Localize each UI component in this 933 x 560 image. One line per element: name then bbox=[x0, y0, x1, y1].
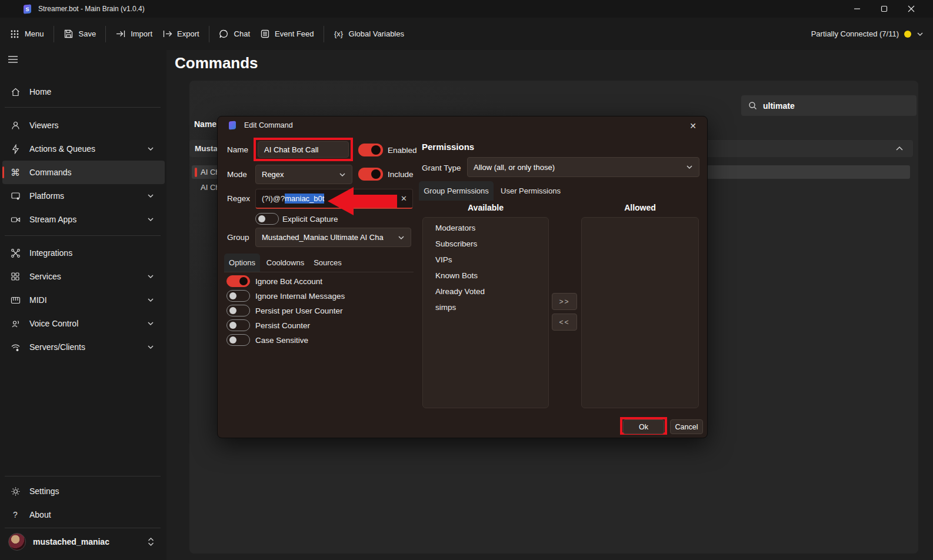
sidebar-item-viewers[interactable]: Viewers bbox=[2, 114, 165, 137]
group-select[interactable]: Mustached_Maniac Ultimate AI Cha bbox=[255, 228, 411, 247]
command-name-input[interactable]: AI Chat Bot Call bbox=[258, 141, 349, 158]
sidebar-item-actions-queues[interactable]: Actions & Queues bbox=[2, 137, 165, 161]
regex-text: (?i)@? bbox=[262, 194, 285, 203]
edit-command-dialog: Edit Command ✕ Name AI Chat Bot Call Ena… bbox=[217, 116, 708, 438]
permissions-title: Permissions bbox=[422, 142, 474, 152]
ignore-bot-account-label: Ignore Bot Account bbox=[255, 277, 322, 286]
sidebar-item-label: Services bbox=[29, 272, 61, 281]
include-toggle[interactable] bbox=[358, 168, 383, 181]
grid-menu-icon bbox=[9, 29, 20, 39]
tab-options[interactable]: Options bbox=[224, 254, 260, 272]
close-button[interactable] bbox=[898, 0, 925, 18]
connection-status[interactable]: Partially Connected (7/11) bbox=[811, 18, 924, 50]
maximize-button[interactable] bbox=[871, 0, 898, 18]
sidebar-item-stream-apps[interactable]: Stream Apps bbox=[2, 208, 165, 231]
list-item[interactable]: Known Bots bbox=[435, 271, 548, 281]
chat-button[interactable]: Chat bbox=[214, 25, 255, 43]
tab-divider bbox=[224, 272, 414, 272]
grant-type-select[interactable]: Allow (all, or only those) bbox=[467, 157, 699, 177]
toolbar-divider bbox=[54, 26, 54, 42]
ignore-internal-messages-label: Ignore Internal Messages bbox=[255, 292, 345, 301]
enabled-label: Enabled bbox=[388, 146, 417, 155]
sidebar-item-services[interactable]: Services bbox=[2, 265, 165, 288]
sidebar-item-voice-control[interactable]: Voice Control bbox=[2, 312, 165, 335]
window-title: Streamer.bot - Main Brain (v1.0.4) bbox=[38, 5, 145, 13]
chat-label: Chat bbox=[234, 29, 250, 38]
ignore-bot-account-toggle[interactable] bbox=[226, 275, 250, 287]
list-item[interactable]: simps bbox=[435, 303, 548, 313]
sidebar-item-servers-clients[interactable]: Servers/Clients bbox=[2, 335, 165, 359]
search-box[interactable] bbox=[741, 95, 917, 116]
allowed-listbox[interactable] bbox=[581, 217, 699, 408]
import-icon bbox=[115, 29, 126, 39]
event-feed-button[interactable]: Event Feed bbox=[255, 25, 319, 43]
grant-type-value: Allow (all, or only those) bbox=[474, 163, 555, 172]
tab-cooldowns[interactable]: Cooldowns bbox=[264, 254, 306, 272]
move-left-button[interactable]: << bbox=[552, 314, 577, 331]
tab-group-permissions[interactable]: Group Permissions bbox=[419, 181, 494, 201]
cancel-button[interactable]: Cancel bbox=[670, 419, 703, 434]
export-button[interactable]: Export bbox=[157, 25, 204, 43]
global-variables-icon: {x} bbox=[334, 29, 344, 39]
platforms-icon bbox=[9, 191, 21, 201]
chevron-down-icon bbox=[147, 273, 154, 280]
list-item[interactable]: Already Voted bbox=[435, 287, 548, 297]
selected-indicator bbox=[2, 166, 4, 178]
list-item[interactable]: Moderators bbox=[435, 224, 548, 234]
list-item[interactable]: VIPs bbox=[435, 255, 548, 265]
services-grid-icon bbox=[9, 272, 21, 281]
sidebar-item-commands[interactable]: ⌘ Commands bbox=[2, 161, 165, 184]
chat-icon bbox=[219, 29, 229, 39]
tab-label: Sources bbox=[314, 258, 342, 267]
allowed-header: Allowed bbox=[581, 203, 699, 212]
save-icon bbox=[64, 29, 74, 39]
chevron-up-icon[interactable] bbox=[895, 145, 904, 152]
menu-button[interactable]: Menu bbox=[5, 25, 49, 43]
search-input[interactable] bbox=[763, 101, 898, 111]
ignore-internal-messages-toggle[interactable] bbox=[226, 290, 250, 302]
menu-label: Menu bbox=[25, 29, 44, 38]
sidebar-item-platforms[interactable]: Platforms bbox=[2, 184, 165, 208]
global-variables-button[interactable]: {x} Global Variables bbox=[329, 25, 409, 43]
persist-counter-toggle[interactable] bbox=[226, 319, 250, 331]
available-listbox[interactable]: Moderators Subscribers VIPs Known Bots A… bbox=[422, 217, 549, 408]
midi-piano-icon bbox=[9, 296, 21, 305]
account-switcher[interactable]: mustached_maniac bbox=[2, 530, 165, 554]
up-down-chevron-icon bbox=[148, 537, 154, 546]
tab-label: Cooldowns bbox=[266, 258, 304, 267]
home-icon bbox=[9, 87, 21, 97]
persist-per-user-counter-toggle[interactable] bbox=[226, 305, 250, 316]
sidebar-item-label: About bbox=[29, 510, 51, 519]
minimize-button[interactable] bbox=[844, 0, 871, 18]
enabled-toggle[interactable] bbox=[358, 144, 383, 156]
list-item[interactable]: Subscribers bbox=[435, 239, 548, 249]
ok-button[interactable]: Ok bbox=[623, 419, 664, 434]
sidebar-item-integrations[interactable]: Integrations bbox=[2, 241, 165, 265]
tab-sources[interactable]: Sources bbox=[311, 254, 345, 272]
sidebar-item-label: Settings bbox=[29, 486, 59, 496]
sidebar-item-label: Commands bbox=[29, 168, 72, 177]
row-accent-bar bbox=[195, 168, 197, 177]
sidebar-item-label: MIDI bbox=[29, 295, 47, 305]
sidebar-item-midi[interactable]: MIDI bbox=[2, 288, 165, 312]
annotation-arrow bbox=[328, 186, 398, 216]
hamburger-menu-icon[interactable] bbox=[7, 54, 19, 67]
case-sensitive-toggle[interactable] bbox=[226, 334, 250, 346]
sidebar-item-about[interactable]: ? About bbox=[2, 503, 165, 526]
global-variables-label: Global Variables bbox=[349, 29, 404, 38]
save-button[interactable]: Save bbox=[59, 25, 101, 43]
export-label: Export bbox=[177, 29, 199, 38]
tab-user-permissions[interactable]: User Permissions bbox=[498, 181, 563, 201]
sidebar-item-label: Actions & Queues bbox=[29, 144, 95, 154]
clear-icon[interactable]: ✕ bbox=[401, 194, 407, 203]
mode-select[interactable]: Regex bbox=[255, 165, 352, 184]
dialog-close-icon[interactable]: ✕ bbox=[687, 120, 699, 132]
import-button[interactable]: Import bbox=[111, 25, 157, 43]
streamerbot-logo-icon: S bbox=[24, 4, 31, 14]
explicit-capture-toggle[interactable] bbox=[255, 213, 279, 225]
sidebar-item-home[interactable]: Home bbox=[2, 80, 165, 104]
sidebar-item-label: Voice Control bbox=[29, 319, 78, 328]
move-right-button[interactable]: >> bbox=[552, 293, 577, 310]
persist-counter-label: Persist Counter bbox=[255, 321, 310, 330]
sidebar-item-settings[interactable]: Settings bbox=[2, 479, 165, 503]
